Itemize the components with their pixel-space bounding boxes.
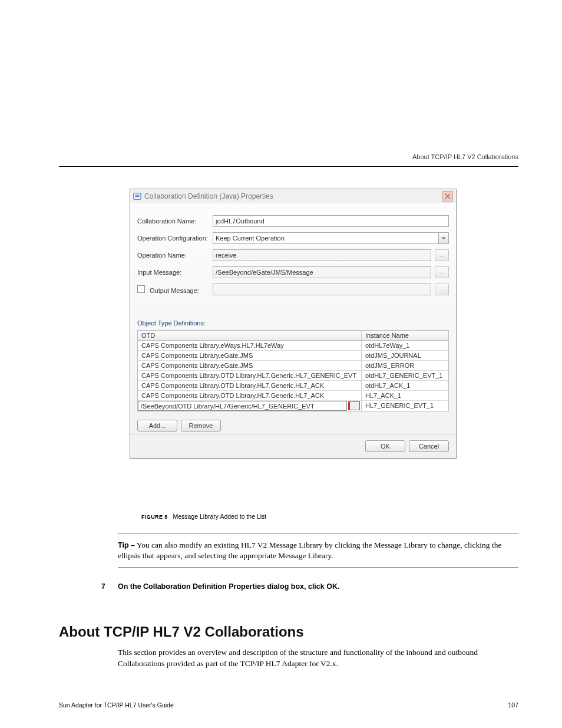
otd-table: OTD Instance Name CAPS Components Librar…	[137, 330, 449, 411]
tip-rule-bottom	[118, 567, 518, 568]
instance-cell: HL7_ACK_1	[362, 391, 448, 400]
table-row[interactable]: CAPS Components Library.OTD Library.HL7.…	[138, 371, 448, 381]
close-button[interactable]	[442, 191, 453, 202]
op-name-input[interactable]	[213, 249, 431, 261]
tip-text: You can also modify an existing HL7 V2 M…	[118, 541, 501, 560]
input-msg-ellipsis[interactable]: ...	[435, 266, 449, 278]
otd-edit-input[interactable]	[138, 401, 347, 411]
op-name-label: Operation Name:	[137, 252, 213, 259]
otd-cell: CAPS Components Library.eGate.JMS	[138, 361, 362, 370]
remove-button[interactable]: Remove	[181, 420, 221, 431]
output-msg-check-label: Output Message:	[137, 285, 213, 294]
table-row-editing[interactable]: ... HL7_GENERIC_EVT_1	[138, 401, 448, 411]
add-button[interactable]: Add...	[137, 420, 177, 431]
otd-ellipsis-button[interactable]: ...	[348, 401, 360, 410]
running-header: About TCP/IP HL7 V2 Collaborations	[412, 153, 518, 160]
tip-rule-top	[118, 533, 518, 534]
output-msg-label: Output Message:	[150, 287, 199, 294]
op-config-combo[interactable]	[213, 232, 449, 244]
ok-button[interactable]: OK	[365, 440, 405, 452]
svg-rect-1	[135, 195, 140, 195]
table-row[interactable]: CAPS Components Library.eGate.JMS otdJMS…	[138, 351, 448, 361]
col-instance: Instance Name	[362, 331, 448, 340]
collab-name-label: Collaboration Name:	[137, 218, 213, 225]
col-otd: OTD	[138, 331, 362, 340]
cancel-button[interactable]: Cancel	[409, 440, 449, 452]
instance-cell: otdHL7_ACK_1	[362, 381, 448, 390]
step-instruction: On the Collaboration Definition Properti…	[118, 582, 339, 591]
otd-cell: CAPS Components Library.OTD Library.HL7.…	[138, 381, 362, 390]
table-row[interactable]: CAPS Components Library.eWays.HL7.HL7eWa…	[138, 341, 448, 351]
instance-cell: otdHL7_GENERIC_EVT_1	[362, 371, 448, 380]
step-number: 7	[101, 582, 105, 591]
table-header: OTD Instance Name	[138, 331, 448, 341]
instance-cell: otdJMS_ERROR	[362, 361, 448, 370]
tip-paragraph: Tip – You can also modify an existing HL…	[118, 540, 518, 561]
otd-section-label: Object Type Definitions:	[137, 319, 449, 327]
footer-title: Sun Adapter for TCP/IP HL7 User's Guide	[59, 701, 174, 709]
otd-cell: CAPS Components Library.OTD Library.HL7.…	[138, 371, 362, 380]
output-msg-checkbox[interactable]	[137, 285, 145, 293]
dialog-title: Collaboration Definition (Java) Properti…	[144, 192, 273, 200]
table-row[interactable]: CAPS Components Library.OTD Library.HL7.…	[138, 381, 448, 391]
figure-number: FIGURE 8	[141, 514, 168, 520]
form-area: Collaboration Name: Operation Configurat…	[130, 203, 456, 305]
instance-cell: otdJMS_JOURNAL	[362, 351, 448, 360]
tip-label: Tip –	[118, 541, 135, 549]
otd-cell: CAPS Components Library.eGate.JMS	[138, 351, 362, 360]
output-msg-input[interactable]	[213, 284, 431, 295]
input-msg-input[interactable]	[213, 266, 431, 278]
section-intro: This section provides an overview and de…	[118, 647, 518, 670]
svg-rect-2	[135, 196, 140, 197]
collab-properties-dialog: Collaboration Definition (Java) Properti…	[130, 189, 457, 459]
close-icon	[445, 193, 451, 199]
figure-caption: FIGURE 8 Message Library Added to the Li…	[141, 513, 266, 520]
otd-cell: CAPS Components Library.eWays.HL7.HL7eWa…	[138, 341, 362, 350]
collab-name-input[interactable]	[213, 215, 449, 227]
dialog-footer: OK Cancel	[130, 434, 456, 458]
otd-cell: CAPS Components Library.OTD Library.HL7.…	[138, 391, 362, 400]
instance-cell: HL7_GENERIC_EVT_1	[362, 401, 448, 411]
input-msg-label: Input Message:	[137, 269, 213, 276]
page-number: 107	[508, 701, 518, 709]
op-config-label: Operation Configuration:	[137, 235, 213, 242]
table-row[interactable]: CAPS Components Library.OTD Library.HL7.…	[138, 391, 448, 401]
table-row[interactable]: CAPS Components Library.eGate.JMS otdJMS…	[138, 361, 448, 371]
dialog-titlebar: Collaboration Definition (Java) Properti…	[130, 189, 456, 203]
op-config-value[interactable]	[213, 232, 438, 244]
output-msg-ellipsis[interactable]: ...	[435, 284, 449, 295]
chevron-down-icon[interactable]	[438, 232, 449, 244]
figure-caption-text: Message Library Added to the List	[173, 513, 266, 520]
instance-cell: otdHL7eWay_1	[362, 341, 448, 350]
table-buttons: Add... Remove	[137, 420, 449, 431]
op-name-ellipsis[interactable]: ...	[435, 249, 449, 261]
collab-icon	[133, 192, 141, 200]
section-heading: About TCP/IP HL7 V2 Collaborations	[59, 624, 304, 640]
header-rule	[59, 166, 518, 167]
